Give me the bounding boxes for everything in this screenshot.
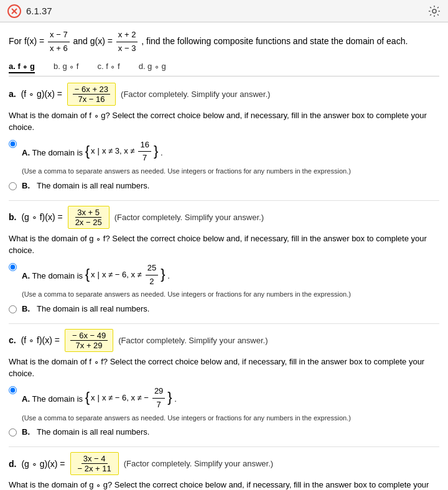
fx-label: f(x) = (24, 36, 47, 46)
part-b-set-inner: x | x ≠ − 6, x ≠ 25 2 (91, 262, 159, 289)
part-a-all-reals: The domain is all real numbers. (37, 181, 149, 190)
part-c-domain-q: What is the domain of f ∘ f? Select the … (9, 356, 439, 380)
divider-bc (9, 323, 439, 324)
part-b-val-frac: 25 2 (146, 262, 158, 289)
part-c-label-b: B. (22, 427, 32, 437)
part-b-hint: (Factor completely. Simplify your answer… (114, 213, 264, 222)
part-c-option-b[interactable]: B. The domain is all real numbers. (9, 427, 439, 437)
part-c-hint: (Factor completely. Simplify your answer… (118, 336, 268, 345)
part-a-radio-b[interactable] (9, 182, 17, 190)
part-b-label-b: B. (22, 304, 32, 313)
part-c-option-a[interactable]: A. The domain is { x | x ≠ − 6, x ≠ − 29… (9, 385, 439, 423)
part-c-radio-b[interactable] (9, 428, 17, 437)
tab-row: a. f ∘ g b. g ∘ f c. f ∘ f d. g ∘ g (9, 62, 439, 76)
part-a-bar: | (98, 145, 100, 158)
part-d-domain-q: What is the domain of g ∘ g? Select the … (9, 479, 439, 490)
part-b-domain-q: What is the domain of g ∘ f? Select the … (9, 233, 439, 257)
tab-b[interactable]: b. g ∘ f (54, 62, 79, 73)
tab-d[interactable]: d. g ∘ g (139, 62, 166, 73)
part-a-label-b: B. (22, 181, 32, 190)
part-b-num: 3x + 5 (75, 208, 101, 218)
part-d-hint: (Factor completely. Simplify your answer… (124, 459, 273, 468)
part-c-fraction: − 6x − 49 7x + 29 (70, 331, 108, 350)
part-b-compose: (g ∘ f)(x) = (21, 212, 62, 222)
part-a-hint: (Factor completely. Simplify your answer… (121, 90, 270, 99)
gx-label: g(x) = (90, 36, 115, 46)
part-a-fraction: − 6x + 23 7x − 16 (73, 85, 110, 104)
part-c-compose: (f ∘ f)(x) = (21, 335, 60, 345)
part-b-option-b[interactable]: B. The domain is all real numbers. (9, 304, 439, 313)
part-a-fraction-highlight: − 6x + 23 7x − 16 (67, 83, 116, 106)
version-label: 6.1.37 (26, 6, 52, 16)
part-d-fraction-highlight: 3x − 4 − 2x + 11 (70, 452, 119, 475)
part-a-var: x (91, 145, 95, 158)
part-c-val-den: 7 (154, 399, 162, 412)
part-a-label: a. (9, 89, 16, 99)
fx-fraction: x − 7 x + 6 (47, 29, 71, 55)
part-d-compose: (g ∘ g)(x) = (21, 459, 65, 469)
part-d-num: 3x − 4 (82, 454, 108, 464)
part-a-set-inner: x | x ≠ 3, x ≠ 16 7 (91, 139, 152, 165)
part-a-option-a-content: A. The domain is { x | x ≠ 3, x ≠ 16 7 } (22, 139, 351, 177)
part-a-domain-q: What is the domain of f ∘ g? Select the … (9, 109, 439, 134)
part-d-label: d. (9, 459, 16, 469)
part-b: b. (g ∘ f)(x) = 3x + 5 2x − 25 (Factor c… (9, 206, 439, 313)
part-b-result: b. (g ∘ f)(x) = 3x + 5 2x − 25 (Factor c… (9, 206, 439, 229)
part-b-option-a[interactable]: A. The domain is { x | x ≠ − 6, x ≠ 25 2… (9, 262, 439, 300)
main-content: For f(x) = x − 7 x + 6 and g(x) = x + 2 … (0, 22, 448, 490)
part-c-fraction-highlight: − 6x − 49 7x + 29 (65, 329, 113, 352)
fx-fraction-box: x − 7 x + 6 (48, 29, 70, 55)
problem-suffix: , find the following composite functions… (141, 36, 408, 46)
tab-a[interactable]: a. f ∘ g (9, 62, 35, 73)
part-b-close-brace: } (161, 267, 165, 281)
part-c-radio-a[interactable] (9, 386, 17, 394)
part-c-val-num: 29 (152, 385, 165, 399)
part-c-option-a-content: A. The domain is { x | x ≠ − 6, x ≠ − 29… (22, 385, 351, 423)
part-a-result: a. (f ∘ g)(x) = − 6x + 23 7x − 16 (Facto… (9, 83, 439, 106)
part-c-set: { x | x ≠ − 6, x ≠ − 29 7 } (85, 385, 172, 412)
tab-c[interactable]: c. f ∘ f (97, 62, 119, 73)
part-c-cond: x ≠ − 6, x ≠ − (102, 392, 149, 405)
part-a-val-num: 16 (138, 139, 151, 152)
problem-intro: For (9, 36, 22, 46)
part-a-close-brace: } (154, 144, 158, 158)
part-b-val-num: 25 (146, 262, 158, 275)
part-b-fraction: 3x + 5 2x − 25 (73, 208, 104, 227)
part-c-domain-prefix: The domain is (32, 394, 85, 404)
part-c-set-inner: x | x ≠ − 6, x ≠ − 29 7 (91, 385, 166, 412)
part-a-open-brace: { (85, 144, 90, 158)
part-a-period: . (161, 148, 163, 157)
part-a-val-den: 7 (141, 152, 149, 165)
part-b-open-brace: { (85, 267, 90, 281)
fx-numerator: x − 7 (48, 29, 70, 42)
part-b-var: x (91, 269, 95, 282)
part-c-val-frac: 29 7 (152, 385, 165, 412)
part-c-label-a: A. (22, 394, 30, 404)
part-c: c. (f ∘ f)(x) = − 6x − 49 7x + 29 (Facto… (9, 329, 439, 437)
app-header: 6.1.37 (0, 0, 448, 22)
part-b-all-reals: The domain is all real numbers. (37, 304, 149, 313)
gx-fraction: x + 2 x − 3 (115, 29, 139, 55)
part-a-option-a[interactable]: A. The domain is { x | x ≠ 3, x ≠ 16 7 } (9, 139, 439, 177)
part-d: d. (g ∘ g)(x) = 3x − 4 − 2x + 11 (Factor… (9, 452, 439, 490)
part-a-compose: (f ∘ g)(x) = (21, 89, 62, 99)
app-logo-icon (7, 4, 21, 18)
divider-ab (9, 200, 439, 201)
connector: and (73, 36, 88, 46)
divider-cd (9, 446, 439, 447)
part-a-radio-a[interactable] (9, 140, 17, 148)
part-b-use-hint: (Use a comma to separate answers as need… (22, 289, 351, 300)
part-b-set: { x | x ≠ − 6, x ≠ 25 2 } (85, 262, 166, 289)
header-left: 6.1.37 (7, 4, 52, 18)
part-b-radio-a[interactable] (9, 263, 17, 271)
part-a-use-hint: (Use a comma to separate answers as need… (22, 166, 351, 177)
part-d-fraction: 3x − 4 − 2x + 11 (76, 454, 113, 473)
part-b-fraction-highlight: 3x + 5 2x − 25 (68, 206, 110, 229)
part-c-use-hint: (Use a comma to separate answers as need… (22, 413, 351, 424)
part-b-period: . (167, 271, 170, 280)
part-b-radio-b[interactable] (9, 305, 17, 313)
gear-icon[interactable] (428, 5, 441, 17)
part-b-domain-prefix: The domain is (32, 271, 85, 280)
part-c-period: . (174, 394, 177, 404)
part-a-option-b[interactable]: B. The domain is all real numbers. (9, 181, 439, 190)
